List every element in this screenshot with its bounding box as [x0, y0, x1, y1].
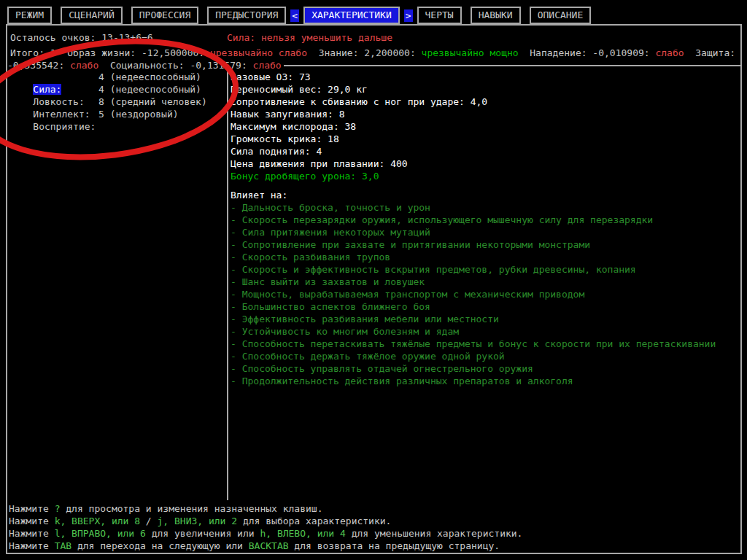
stat-number: 8: [98, 96, 104, 107]
stat-row-intelligence[interactable]: Интеллект: 8 (средний человек): [10, 96, 222, 108]
text-segment: k, ВВЕРХ, или 8: [55, 516, 140, 526]
affects-item: - Скорость и эффективность вскрытия пред…: [231, 263, 716, 276]
tab-scenario[interactable]: СЦЕНАРИЙ: [61, 7, 123, 24]
text-segment: /: [140, 516, 157, 526]
prev-page-arrow-icon[interactable]: <: [290, 9, 299, 22]
text-segment: Нажмите: [9, 516, 55, 526]
stat-desc: (нездоровый): [110, 109, 179, 120]
text-segment: Нажмите: [9, 540, 55, 551]
totals-line-2: -0,335542: слабо Социальность: -0,131579…: [7, 59, 742, 71]
affects-item: - Большинство аспектов ближнего боя: [231, 300, 716, 313]
window-border-top: [6, 24, 742, 26]
stat-desc: (недееспособный): [110, 71, 201, 82]
text-segment: BACKTAB: [249, 540, 289, 551]
game-screen: { "tabs": { "items": ["РЕЖИМ","СЦЕНАРИЙ"…: [0, 0, 747, 560]
text-segment: для уменьшения характеристики.: [346, 528, 523, 539]
stat-value-dexterity: 4 (недееспособный): [98, 83, 201, 96]
tab-traits[interactable]: ЧЕРТЫ: [417, 7, 462, 24]
text-segment: Нажмите: [9, 528, 55, 539]
tab-profession[interactable]: ПРОФЕССИЯ: [131, 7, 198, 24]
affects-item: - Скорость перезарядки оружия, использую…: [231, 214, 716, 226]
totals-line-2-text: -0,335542: слабо Социальность: -0,131579…: [7, 59, 282, 71]
text-segment: для выбора характеристики.: [237, 516, 391, 526]
stat-value-strength: 4 (недееспособный): [98, 71, 201, 83]
text-segment: Итого: 1: [10, 47, 67, 58]
text-segment: Социальность: -0,131579:: [98, 60, 252, 71]
affects-item: - Сила притяжения некоторых мутаций: [231, 226, 716, 238]
affects-item: - Дальность броска, точность и урон: [231, 201, 716, 214]
detail-line: Сила поднятия: 4: [231, 145, 487, 158]
tab-mode[interactable]: РЕЖИМ: [7, 7, 52, 24]
stat-row-dexterity[interactable]: Ловкость: 4 (недееспособный): [10, 83, 222, 96]
affects-item: - Устойчивость ко многим болезням и ядам: [231, 325, 716, 338]
affects-item: - Способность перетаскивать тяжёлые пред…: [231, 338, 716, 350]
affects-item: - Шанс выйти из захватов и ловушек: [231, 276, 716, 288]
text-segment: h, ВЛЕВО, или 4: [260, 528, 345, 539]
text-segment: Нападение: -0,010909:: [519, 47, 656, 58]
text-segment: j, ВНИЗ, или 2: [158, 516, 238, 526]
text-segment: TAB: [55, 540, 71, 551]
detail-line: Сопротивление к сбиванию с ног при ударе…: [231, 96, 487, 108]
window-border-right: [740, 24, 742, 554]
stat-value-intelligence: 8 (средний человек): [98, 96, 207, 108]
affects-item: - Продолжительность действия различных п…: [231, 375, 716, 387]
stat-name-perception[interactable]: Восприятие:: [33, 121, 96, 132]
affects-item: - Способность держать тяжёлое оружие одн…: [231, 350, 716, 362]
text-segment: для просмотра и изменения назначенных кл…: [60, 503, 322, 514]
totals-line-1: Итого: 1 Образ жизни: -12,500000: чрезвы…: [10, 47, 735, 59]
stat-number: 4: [98, 84, 104, 95]
text-segment: слабо: [253, 60, 282, 71]
text-segment: для увеличения или: [146, 528, 260, 539]
tab-stats[interactable]: ХАРАКТЕРИСТИКИ: [303, 7, 400, 24]
affects-item: - Сопротивление при захвате и притягиван…: [231, 238, 716, 251]
detail-line: Переносимый вес: 29,0 кг: [231, 83, 487, 96]
affects-item: - Скорость разбивания трупов: [231, 251, 716, 263]
affects-item: - Эффективность разбивания мебели или ме…: [231, 313, 716, 325]
window-border-bottom: [6, 553, 742, 554]
stat-details: Базовые ОЗ: 73Переносимый вес: 29,0 кгСо…: [231, 71, 487, 170]
tab-background[interactable]: ПРЕДЫСТОРИЯ: [207, 7, 286, 24]
help-line-4: Нажмите TAB для перехода на следующую ил…: [9, 540, 500, 552]
next-page-arrow-icon[interactable]: >: [404, 9, 413, 22]
detail-line: Громкость крика: 18: [231, 133, 487, 145]
stat-limit-warning: Сила: нельзя уменьшить дальше: [227, 31, 392, 44]
help-line-1: Нажмите ? для просмотра и изменения назн…: [9, 502, 322, 515]
stat-number: 5: [98, 109, 104, 120]
affects-title: Влияет на:: [231, 189, 287, 201]
column-divider: [227, 66, 228, 500]
detail-line: Цена движения при плавании: 400: [231, 158, 487, 170]
stat-row-strength[interactable]: Сила: 4 (недееспособный): [10, 71, 222, 83]
text-segment: слабо: [70, 60, 98, 71]
tab-skills[interactable]: НАВЫКИ: [471, 7, 521, 24]
stats-list: Сила: 4 (недееспособный) Ловкость: 4 (не…: [10, 71, 222, 120]
text-segment: чрезвычайно слабо: [210, 47, 307, 58]
stat-number: 4: [98, 71, 104, 82]
text-segment: для возврата на предыдущую страницу.: [289, 540, 500, 551]
text-segment: Нажмите: [9, 503, 55, 514]
window-border-left: [6, 24, 7, 554]
text-segment: Образ жизни: -12,500000:: [67, 47, 210, 58]
affects-item: - Способность управлять отдачей огнестре…: [231, 362, 716, 375]
stat-value-perception: 5 (нездоровый): [98, 108, 179, 120]
points-remaining: Осталось очков: 13-13+6=6: [10, 31, 153, 44]
stat-row-perception[interactable]: Восприятие: 5 (нездоровый): [10, 108, 222, 120]
help-line-3: Нажмите l, ВПРАВО, или 6 для увеличения …: [9, 527, 522, 540]
header-divider-line: [284, 65, 742, 66]
affects-item: - Мощность, вырабатываемая транспортом с…: [231, 288, 716, 300]
tab-description[interactable]: ОПИСАНИЕ: [530, 7, 592, 24]
stat-desc: (недееспособный): [110, 84, 201, 95]
text-segment: l, ВПРАВО, или 6: [55, 528, 146, 539]
text-segment: для перехода на следующую или: [71, 540, 249, 551]
detail-line: Навык запугивания: 8: [231, 108, 487, 120]
stat-desc: (средний человек): [110, 96, 207, 107]
text-segment: -0,335542:: [7, 60, 70, 71]
text-segment: слабо: [655, 47, 684, 58]
tab-bar: РЕЖИМ СЦЕНАРИЙ ПРОФЕССИЯ ПРЕДЫСТОРИЯ < Х…: [7, 7, 591, 24]
detail-line: Максимум кислорода: 38: [231, 120, 487, 133]
affects-list: - Дальность броска, точность и урон- Ско…: [231, 201, 716, 387]
text-segment: Защита:: [684, 47, 735, 58]
text-segment: чрезвычайно мощно: [422, 47, 519, 58]
damage-bonus-line: Бонус дробящего урона: 3,0: [231, 170, 379, 182]
detail-line: Базовые ОЗ: 73: [231, 71, 487, 83]
text-segment: Знание: 2,200000:: [307, 47, 422, 58]
